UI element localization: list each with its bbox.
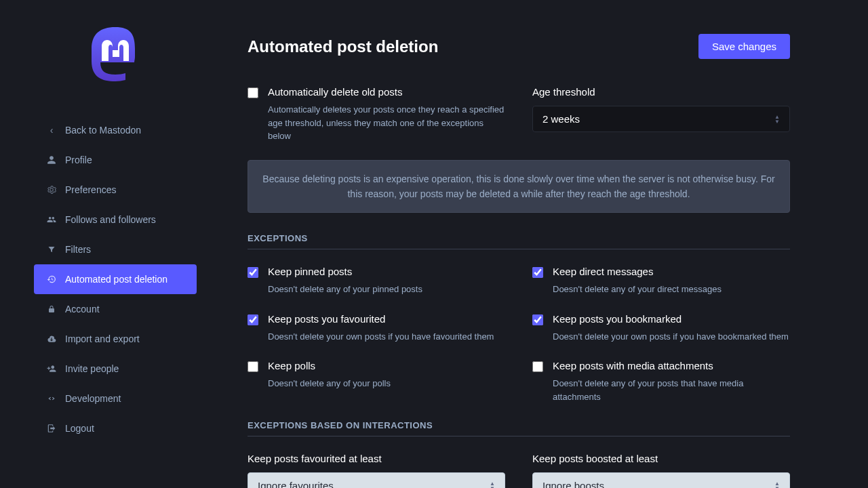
chevron-left-icon: ‹ bbox=[46, 125, 57, 136]
boost-threshold-select[interactable]: Ignore boosts ▲▼ bbox=[532, 472, 790, 488]
users-icon bbox=[46, 215, 57, 224]
nav-label: Invite people bbox=[65, 363, 119, 374]
nav-preferences[interactable]: Preferences bbox=[34, 175, 197, 205]
nav-invite[interactable]: Invite people bbox=[34, 354, 197, 384]
select-arrows-icon: ▲▼ bbox=[774, 481, 780, 488]
auto-delete-hint: Automatically deletes your posts once th… bbox=[268, 103, 505, 143]
keep-dm-label: Keep direct messages bbox=[553, 266, 722, 277]
nav-label: Profile bbox=[65, 155, 92, 165]
nav-label: Logout bbox=[65, 423, 94, 434]
keep-dm-hint: Doesn't delete any of your direct messag… bbox=[553, 283, 722, 296]
save-button[interactable]: Save changes bbox=[698, 34, 790, 59]
code-icon bbox=[46, 394, 57, 403]
boost-threshold-label: Keep posts boosted at least bbox=[532, 453, 790, 464]
keep-pinned-label: Keep pinned posts bbox=[268, 266, 422, 277]
keep-bookmark-checkbox[interactable] bbox=[532, 314, 543, 325]
logout-icon bbox=[46, 424, 57, 433]
gear-icon bbox=[46, 185, 57, 195]
user-plus-icon bbox=[46, 364, 57, 373]
keep-bookmark-label: Keep posts you bookmarked bbox=[553, 313, 789, 325]
cloud-download-icon bbox=[46, 334, 57, 344]
nav-follows[interactable]: Follows and followers bbox=[34, 205, 197, 235]
user-icon bbox=[46, 155, 57, 165]
keep-polls-hint: Doesn't delete any of your polls bbox=[268, 377, 391, 390]
nav-back[interactable]: ‹ Back to Mastodon bbox=[34, 115, 197, 145]
fav-threshold-value: Ignore favourites bbox=[258, 480, 334, 488]
exceptions-header: EXCEPTIONS bbox=[248, 233, 790, 249]
nav-profile[interactable]: Profile bbox=[34, 145, 197, 175]
sidebar: ‹ Back to Mastodon Profile Preferences F… bbox=[0, 0, 231, 488]
interactions-header: EXCEPTIONS BASED ON INTERACTIONS bbox=[248, 420, 790, 436]
nav-automated-post-deletion[interactable]: Automated post deletion bbox=[34, 264, 197, 294]
nav-label: Account bbox=[65, 304, 100, 314]
filter-icon bbox=[46, 245, 57, 253]
page-title: Automated post deletion bbox=[248, 37, 438, 56]
keep-polls-label: Keep polls bbox=[268, 360, 391, 371]
keep-pinned-checkbox[interactable] bbox=[248, 267, 258, 278]
auto-delete-checkbox[interactable] bbox=[248, 87, 258, 98]
auto-delete-label: Automatically delete old posts bbox=[268, 86, 505, 98]
age-threshold-select[interactable]: 2 weeks ▲▼ bbox=[532, 106, 790, 132]
header: Automated post deletion Save changes bbox=[248, 14, 790, 59]
keep-dm-checkbox[interactable] bbox=[532, 267, 543, 278]
select-arrows-icon: ▲▼ bbox=[774, 115, 780, 124]
keep-polls-checkbox[interactable] bbox=[248, 361, 258, 372]
select-arrows-icon: ▲▼ bbox=[490, 481, 495, 488]
nav-label: Development bbox=[65, 393, 121, 404]
nav-label: Filters bbox=[65, 244, 91, 255]
fav-threshold-label: Keep posts favourited at least bbox=[248, 453, 505, 464]
main-content: Automated post deletion Save changes Aut… bbox=[231, 0, 868, 488]
keep-fav-label: Keep posts you favourited bbox=[268, 313, 494, 325]
nav-label: Back to Mastodon bbox=[65, 125, 141, 136]
nav-filters[interactable]: Filters bbox=[34, 235, 197, 264]
keep-fav-hint: Doesn't delete your own posts if you hav… bbox=[268, 330, 494, 344]
age-threshold-label: Age threshold bbox=[532, 86, 790, 98]
nav-import-export[interactable]: Import and export bbox=[34, 324, 197, 354]
age-threshold-value: 2 weeks bbox=[542, 113, 580, 125]
keep-media-checkbox[interactable] bbox=[532, 361, 543, 372]
nav-development[interactable]: Development bbox=[34, 384, 197, 413]
nav-label: Follows and followers bbox=[65, 214, 156, 225]
fav-threshold-select[interactable]: Ignore favourites ▲▼ bbox=[248, 472, 505, 488]
keep-pinned-hint: Doesn't delete any of your pinned posts bbox=[268, 283, 422, 296]
mastodon-logo-icon bbox=[81, 20, 149, 88]
info-box: Because deleting posts is an expensive o… bbox=[248, 160, 790, 214]
nav-account[interactable]: Account bbox=[34, 294, 197, 324]
boost-threshold-value: Ignore boosts bbox=[542, 480, 604, 488]
nav-label: Import and export bbox=[65, 333, 140, 344]
keep-media-label: Keep posts with media attachments bbox=[553, 360, 790, 371]
lock-icon bbox=[46, 305, 57, 313]
nav: ‹ Back to Mastodon Profile Preferences F… bbox=[34, 115, 197, 443]
nav-logout[interactable]: Logout bbox=[34, 413, 197, 443]
keep-fav-checkbox[interactable] bbox=[248, 314, 258, 325]
nav-label: Automated post deletion bbox=[65, 274, 167, 285]
keep-bookmark-hint: Doesn't delete your own posts if you hav… bbox=[553, 330, 789, 344]
nav-label: Preferences bbox=[65, 184, 116, 195]
keep-media-hint: Doesn't delete any of your posts that ha… bbox=[553, 377, 790, 403]
history-icon bbox=[46, 274, 57, 284]
